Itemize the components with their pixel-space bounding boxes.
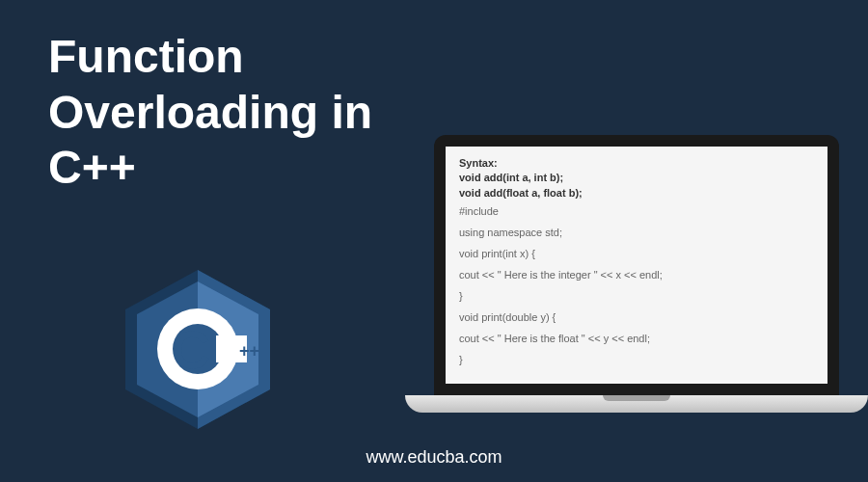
svg-text:++: ++ [239,341,259,361]
code-syntax-1: void add(int a, int b); [459,171,814,185]
code-namespace: using namespace std; [459,222,814,243]
laptop-base [405,395,868,413]
code-func2-close: } [459,349,814,370]
laptop-frame: Syntax: void add(int a, int b); void add… [434,135,839,395]
code-func2-body: cout << " Here is the float " << y << en… [459,328,814,349]
page-title: Function Overloading in C++ [48,29,372,196]
code-func2-open: void print(double y) { [459,307,814,328]
footer-url: www.educba.com [366,447,502,468]
code-syntax-label: Syntax: [459,156,814,171]
title-line-1: Function [48,29,372,85]
title-line-3: C++ [48,140,372,196]
code-func1-close: } [459,285,814,307]
title-line-2: Overloading in [48,85,372,141]
code-screen: Syntax: void add(int a, int b); void add… [446,147,827,384]
code-func1-open: void print(int x) { [459,243,814,264]
cpp-logo-icon: C ++ [125,270,270,429]
svg-text:C: C [172,319,210,380]
code-func1-body: cout << " Here is the integer " << x << … [459,264,814,285]
laptop-notch [603,395,670,401]
laptop-illustration: Syntax: void add(int a, int b); void add… [434,135,839,413]
code-include: #include [459,201,814,222]
code-syntax-2: void add(float a, float b); [459,186,814,201]
